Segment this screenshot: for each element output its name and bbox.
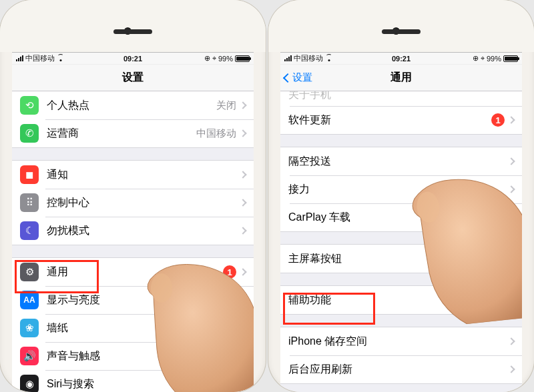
row-about-partial[interactable]: 关于手机 [280, 91, 522, 106]
earpiece-speaker [382, 29, 421, 34]
row-software-update[interactable]: 软件更新 1 [280, 106, 522, 134]
nav-header: 设置 通用 [280, 65, 522, 91]
chevron-right-icon [507, 296, 515, 303]
row-label: 通知 [47, 168, 68, 182]
section-connectivity: ⟲ 个人热点 关闭 ✆ 运营商 中国移动 [12, 91, 254, 148]
chevron-right-icon [507, 185, 515, 193]
notifications-icon: ◼ [20, 165, 39, 184]
chevron-right-icon [507, 213, 515, 221]
badge: 1 [223, 265, 236, 279]
row-sounds[interactable]: 🔊 声音与触感 [12, 342, 254, 370]
moon-icon: ☾ [20, 221, 39, 240]
row-label: 主屏幕按钮 [288, 252, 342, 266]
section-top-partial: 关于手机 软件更新 1 [280, 91, 522, 135]
row-label: 个人热点 [47, 99, 89, 113]
row-label: 墙纸 [47, 321, 68, 335]
row-carplay[interactable]: CarPlay 车载 [280, 203, 522, 231]
chevron-right-icon [239, 268, 246, 275]
status-bar: 中国移动 09:21 ⊕ ⌖ 99% [280, 53, 522, 65]
row-label: iPhone 储存空间 [288, 335, 367, 349]
wallpaper-icon: ❀ [20, 319, 39, 337]
row-handoff[interactable]: 接力 [280, 175, 522, 203]
chevron-right-icon [239, 171, 246, 178]
row-label: 勿扰模式 [47, 224, 89, 238]
section-storage: iPhone 储存空间 后台应用刷新 [280, 327, 522, 384]
chevron-right-icon [239, 296, 246, 303]
phone-right: 中国移动 09:21 ⊕ ⌖ 99% 设置 通用 关于手机 [268, 0, 534, 392]
section-accessibility: 辅助功能 [280, 285, 522, 315]
chevron-right-icon [239, 199, 246, 206]
battery-icon [235, 55, 250, 62]
row-background-refresh[interactable]: 后台应用刷新 [280, 355, 522, 383]
row-label: 通用 [47, 265, 68, 279]
chevron-right-icon [239, 324, 246, 331]
row-display-brightness[interactable]: AA 显示与亮度 [12, 286, 254, 314]
status-bar: 中国移动 09:21 ⊕ ⌖ 99% [12, 53, 254, 65]
section-home: 主屏幕按钮 [280, 244, 522, 273]
row-do-not-disturb[interactable]: ☾ 勿扰模式 [12, 217, 254, 245]
hotspot-icon: ⟲ [20, 96, 39, 115]
screen-right: 中国移动 09:21 ⊕ ⌖ 99% 设置 通用 关于手机 [280, 52, 522, 392]
row-label: 软件更新 [288, 113, 331, 127]
chevron-right-icon [239, 129, 246, 137]
chevron-right-icon [507, 255, 515, 262]
chevron-right-icon [239, 227, 246, 234]
text-size-icon: AA [20, 291, 39, 309]
section-connect: 隔空投送 接力 CarPlay 车载 [280, 147, 522, 232]
row-home-button[interactable]: 主屏幕按钮 [280, 245, 522, 273]
phone-bezel [268, 0, 534, 52]
nav-header: 设置 [12, 65, 254, 91]
row-label: Siri与搜索 [47, 377, 94, 391]
chevron-right-icon [507, 157, 515, 165]
row-value: 关闭 [216, 99, 236, 112]
row-label: 接力 [288, 183, 310, 197]
chevron-right-icon [239, 380, 246, 387]
row-label: 后台应用刷新 [288, 363, 352, 377]
row-iphone-storage[interactable]: iPhone 储存空间 [280, 327, 522, 355]
phone-icon: ✆ [20, 124, 39, 143]
row-wallpaper[interactable]: ❀ 墙纸 [12, 314, 254, 342]
row-carrier[interactable]: ✆ 运营商 中国移动 [12, 119, 254, 147]
chevron-right-icon [507, 116, 515, 123]
page-title: 通用 [390, 71, 412, 85]
section-general: ⚙ 通用 1 AA 显示与亮度 ❀ 墙纸 🔊 声音与触感 [12, 257, 254, 392]
row-control-center[interactable]: ⠿ 控制中心 [12, 189, 254, 217]
sound-icon: 🔊 [20, 347, 39, 365]
row-notifications[interactable]: ◼ 通知 [12, 161, 254, 189]
row-label: 辅助功能 [288, 293, 331, 307]
row-label: 控制中心 [47, 196, 89, 210]
row-general[interactable]: ⚙ 通用 1 [12, 258, 254, 286]
chevron-left-icon [283, 73, 292, 82]
row-label: 隔空投送 [288, 155, 331, 169]
earpiece-speaker [113, 29, 152, 34]
status-time: 09:21 [12, 55, 254, 63]
control-center-icon: ⠿ [20, 193, 39, 212]
row-label: CarPlay 车载 [288, 211, 350, 225]
row-siri[interactable]: ◉ Siri与搜索 [12, 370, 254, 392]
row-airdrop[interactable]: 隔空投送 [280, 147, 522, 175]
battery-icon [503, 55, 518, 62]
chevron-right-icon [507, 337, 515, 345]
row-accessibility[interactable]: 辅助功能 [280, 286, 522, 314]
row-label: 运营商 [47, 127, 79, 141]
page-title: 设置 [122, 71, 144, 85]
badge: 1 [491, 113, 505, 127]
screen-left: 中国移动 09:21 ⊕ ⌖ 99% 设置 ⟲ 个人热点 关闭 [12, 52, 254, 392]
row-label: 声音与触感 [47, 349, 100, 363]
phone-left: 中国移动 09:21 ⊕ ⌖ 99% 设置 ⟲ 个人热点 关闭 [0, 0, 266, 392]
row-value: 中国移动 [196, 127, 236, 140]
back-label: 设置 [292, 71, 312, 84]
chevron-right-icon [239, 101, 246, 109]
chevron-right-icon [239, 352, 246, 359]
siri-icon: ◉ [20, 375, 39, 392]
row-label: 显示与亮度 [47, 293, 100, 307]
section-alerts: ◼ 通知 ⠿ 控制中心 ☾ 勿扰模式 [12, 160, 254, 245]
chevron-right-icon [507, 365, 515, 373]
status-time: 09:21 [280, 55, 522, 63]
row-label: 关于手机 [288, 91, 331, 102]
phone-bezel [0, 0, 266, 52]
back-button[interactable]: 设置 [284, 65, 312, 91]
row-personal-hotspot[interactable]: ⟲ 个人热点 关闭 [12, 91, 254, 119]
gear-icon: ⚙ [20, 263, 39, 281]
